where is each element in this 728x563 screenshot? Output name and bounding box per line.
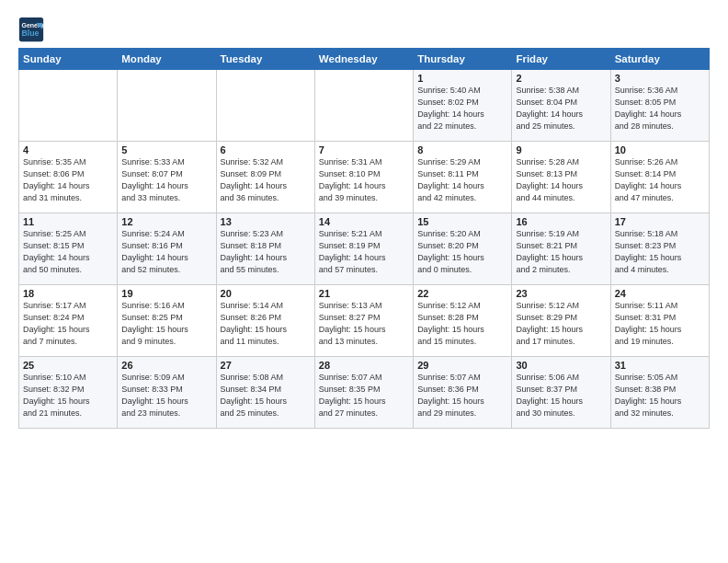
- day-number: 13: [221, 216, 311, 227]
- calendar-cell: 9Sunrise: 5:28 AM Sunset: 8:13 PM Daylig…: [512, 142, 610, 213]
- weekday-header: Thursday: [414, 49, 512, 70]
- day-info: Sunrise: 5:29 AM Sunset: 8:11 PM Dayligh…: [417, 156, 507, 204]
- day-number: 27: [221, 360, 311, 371]
- weekday-header: Sunday: [19, 49, 118, 70]
- calendar-week-row: 11Sunrise: 5:25 AM Sunset: 8:15 PM Dayli…: [19, 213, 710, 285]
- day-number: 22: [417, 288, 507, 299]
- day-info: Sunrise: 5:12 AM Sunset: 8:28 PM Dayligh…: [417, 300, 507, 348]
- weekday-header: Wednesday: [314, 49, 413, 70]
- day-info: Sunrise: 5:26 AM Sunset: 8:14 PM Dayligh…: [615, 156, 705, 204]
- day-info: Sunrise: 5:36 AM Sunset: 8:05 PM Dayligh…: [615, 85, 705, 132]
- calendar-cell: 29Sunrise: 5:07 AM Sunset: 8:36 PM Dayli…: [414, 357, 512, 429]
- calendar-cell: 20Sunrise: 5:14 AM Sunset: 8:26 PM Dayli…: [216, 285, 314, 357]
- calendar-cell: 14Sunrise: 5:21 AM Sunset: 8:19 PM Dayli…: [314, 213, 413, 285]
- day-number: 24: [615, 288, 705, 299]
- calendar-cell: 31Sunrise: 5:05 AM Sunset: 8:38 PM Dayli…: [610, 357, 709, 429]
- header: General Blue: [18, 17, 710, 42]
- day-number: 28: [319, 360, 409, 371]
- calendar-header-row: SundayMondayTuesdayWednesdayThursdayFrid…: [19, 49, 710, 70]
- day-number: 17: [615, 216, 705, 227]
- day-number: 26: [121, 360, 211, 371]
- day-info: Sunrise: 5:21 AM Sunset: 8:19 PM Dayligh…: [319, 228, 409, 276]
- day-number: 5: [121, 144, 211, 155]
- day-info: Sunrise: 5:09 AM Sunset: 8:33 PM Dayligh…: [121, 372, 211, 419]
- day-number: 4: [23, 144, 113, 155]
- day-number: 19: [121, 288, 211, 299]
- day-info: Sunrise: 5:31 AM Sunset: 8:10 PM Dayligh…: [319, 156, 409, 204]
- day-number: 2: [516, 73, 606, 84]
- day-info: Sunrise: 5:33 AM Sunset: 8:07 PM Dayligh…: [121, 156, 211, 204]
- calendar-cell: 11Sunrise: 5:25 AM Sunset: 8:15 PM Dayli…: [19, 213, 118, 285]
- calendar-cell: 28Sunrise: 5:07 AM Sunset: 8:35 PM Dayli…: [314, 357, 413, 429]
- weekday-header: Friday: [512, 49, 610, 70]
- day-number: 10: [615, 144, 705, 155]
- day-number: 23: [516, 288, 606, 299]
- calendar-cell: 10Sunrise: 5:26 AM Sunset: 8:14 PM Dayli…: [610, 142, 709, 213]
- weekday-header: Tuesday: [216, 49, 314, 70]
- day-info: Sunrise: 5:05 AM Sunset: 8:38 PM Dayligh…: [615, 372, 705, 419]
- calendar-cell: 21Sunrise: 5:13 AM Sunset: 8:27 PM Dayli…: [314, 285, 413, 357]
- calendar-cell: 5Sunrise: 5:33 AM Sunset: 8:07 PM Daylig…: [118, 142, 216, 213]
- calendar-cell: [118, 70, 216, 142]
- day-number: 3: [615, 73, 705, 84]
- logo: General Blue: [18, 17, 48, 42]
- calendar-cell: 24Sunrise: 5:11 AM Sunset: 8:31 PM Dayli…: [610, 285, 709, 357]
- calendar-cell: 7Sunrise: 5:31 AM Sunset: 8:10 PM Daylig…: [314, 142, 413, 213]
- day-number: 16: [516, 216, 606, 227]
- calendar-cell: [216, 70, 314, 142]
- calendar-cell: 26Sunrise: 5:09 AM Sunset: 8:33 PM Dayli…: [118, 357, 216, 429]
- calendar-cell: 13Sunrise: 5:23 AM Sunset: 8:18 PM Dayli…: [216, 213, 314, 285]
- day-number: 12: [121, 216, 211, 227]
- calendar-cell: 2Sunrise: 5:38 AM Sunset: 8:04 PM Daylig…: [512, 70, 610, 142]
- calendar-cell: 16Sunrise: 5:19 AM Sunset: 8:21 PM Dayli…: [512, 213, 610, 285]
- calendar-cell: [19, 70, 118, 142]
- calendar-table: SundayMondayTuesdayWednesdayThursdayFrid…: [18, 48, 710, 429]
- calendar-cell: 23Sunrise: 5:12 AM Sunset: 8:29 PM Dayli…: [512, 285, 610, 357]
- calendar-cell: 4Sunrise: 5:35 AM Sunset: 8:06 PM Daylig…: [19, 142, 118, 213]
- weekday-header: Saturday: [610, 49, 709, 70]
- day-info: Sunrise: 5:14 AM Sunset: 8:26 PM Dayligh…: [221, 300, 311, 348]
- day-number: 14: [319, 216, 409, 227]
- day-info: Sunrise: 5:23 AM Sunset: 8:18 PM Dayligh…: [221, 228, 311, 276]
- calendar-cell: 18Sunrise: 5:17 AM Sunset: 8:24 PM Dayli…: [19, 285, 118, 357]
- calendar-cell: 15Sunrise: 5:20 AM Sunset: 8:20 PM Dayli…: [414, 213, 512, 285]
- day-info: Sunrise: 5:08 AM Sunset: 8:34 PM Dayligh…: [221, 372, 311, 419]
- day-info: Sunrise: 5:07 AM Sunset: 8:36 PM Dayligh…: [417, 372, 507, 419]
- day-info: Sunrise: 5:10 AM Sunset: 8:32 PM Dayligh…: [23, 372, 113, 419]
- calendar-cell: 1Sunrise: 5:40 AM Sunset: 8:02 PM Daylig…: [414, 70, 512, 142]
- day-info: Sunrise: 5:18 AM Sunset: 8:23 PM Dayligh…: [615, 228, 705, 276]
- day-info: Sunrise: 5:16 AM Sunset: 8:25 PM Dayligh…: [121, 300, 211, 348]
- day-info: Sunrise: 5:40 AM Sunset: 8:02 PM Dayligh…: [417, 85, 507, 132]
- calendar-week-row: 18Sunrise: 5:17 AM Sunset: 8:24 PM Dayli…: [19, 285, 710, 357]
- day-number: 29: [417, 360, 507, 371]
- day-info: Sunrise: 5:32 AM Sunset: 8:09 PM Dayligh…: [221, 156, 311, 204]
- day-info: Sunrise: 5:35 AM Sunset: 8:06 PM Dayligh…: [23, 156, 113, 204]
- calendar-cell: 25Sunrise: 5:10 AM Sunset: 8:32 PM Dayli…: [19, 357, 118, 429]
- calendar-week-row: 1Sunrise: 5:40 AM Sunset: 8:02 PM Daylig…: [19, 70, 710, 142]
- day-info: Sunrise: 5:07 AM Sunset: 8:35 PM Dayligh…: [319, 372, 409, 419]
- day-info: Sunrise: 5:20 AM Sunset: 8:20 PM Dayligh…: [417, 228, 507, 276]
- calendar-cell: 22Sunrise: 5:12 AM Sunset: 8:28 PM Dayli…: [414, 285, 512, 357]
- day-number: 21: [319, 288, 409, 299]
- calendar-week-row: 4Sunrise: 5:35 AM Sunset: 8:06 PM Daylig…: [19, 142, 710, 213]
- calendar-cell: 19Sunrise: 5:16 AM Sunset: 8:25 PM Dayli…: [118, 285, 216, 357]
- day-number: 1: [417, 73, 507, 84]
- day-number: 9: [516, 144, 606, 155]
- day-info: Sunrise: 5:28 AM Sunset: 8:13 PM Dayligh…: [516, 156, 606, 204]
- calendar-cell: 3Sunrise: 5:36 AM Sunset: 8:05 PM Daylig…: [610, 70, 709, 142]
- day-info: Sunrise: 5:13 AM Sunset: 8:27 PM Dayligh…: [319, 300, 409, 348]
- calendar-cell: 12Sunrise: 5:24 AM Sunset: 8:16 PM Dayli…: [118, 213, 216, 285]
- day-number: 8: [417, 144, 507, 155]
- day-info: Sunrise: 5:38 AM Sunset: 8:04 PM Dayligh…: [516, 85, 606, 132]
- day-info: Sunrise: 5:24 AM Sunset: 8:16 PM Dayligh…: [121, 228, 211, 276]
- day-number: 20: [221, 288, 311, 299]
- day-info: Sunrise: 5:11 AM Sunset: 8:31 PM Dayligh…: [615, 300, 705, 348]
- day-number: 11: [23, 216, 113, 227]
- calendar-cell: 8Sunrise: 5:29 AM Sunset: 8:11 PM Daylig…: [414, 142, 512, 213]
- calendar-page: General Blue SundayMondayTuesdayWednesda…: [0, 0, 728, 563]
- logo-icon: General Blue: [18, 17, 44, 42]
- day-number: 30: [516, 360, 606, 371]
- calendar-week-row: 25Sunrise: 5:10 AM Sunset: 8:32 PM Dayli…: [19, 357, 710, 429]
- calendar-cell: [314, 70, 413, 142]
- day-info: Sunrise: 5:19 AM Sunset: 8:21 PM Dayligh…: [516, 228, 606, 276]
